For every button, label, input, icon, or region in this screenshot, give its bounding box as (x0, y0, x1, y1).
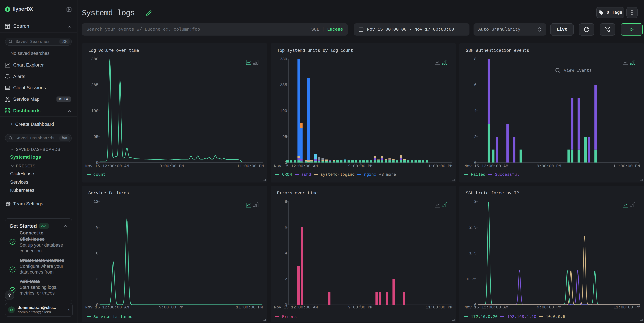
svg-text:9: 9 (96, 225, 98, 230)
svg-text:11:00:00 PM: 11:00:00 PM (614, 305, 640, 310)
svg-text:2.3: 2.3 (469, 225, 476, 230)
svg-text:11:00:00 PM: 11:00:00 PM (613, 164, 640, 168)
svg-text:Nov 15 12:00:00 AM: Nov 15 12:00:00 AM (274, 305, 318, 310)
svg-text:1.5: 1.5 (469, 251, 476, 256)
svg-text:Nov 15 12:00:00 AM: Nov 15 12:00:00 AM (85, 305, 129, 310)
svg-text:8: 8 (474, 57, 476, 62)
svg-text:6: 6 (285, 225, 287, 230)
svg-text:0.75: 0.75 (467, 277, 476, 281)
svg-text:8: 8 (285, 199, 287, 204)
svg-text:4: 4 (285, 251, 287, 256)
svg-text:95: 95 (282, 135, 287, 139)
svg-text:95: 95 (94, 135, 98, 139)
svg-text:9:00:00 PM: 9:00:00 PM (537, 164, 561, 168)
svg-text:View Events: View Events (564, 68, 592, 73)
svg-text:3: 3 (474, 199, 476, 204)
svg-text:12: 12 (94, 199, 98, 204)
svg-text:9:00:00 PM: 9:00:00 PM (159, 305, 183, 310)
svg-text:11:00:00 PM: 11:00:00 PM (236, 305, 263, 310)
svg-text:9:00:00 PM: 9:00:00 PM (348, 164, 372, 168)
svg-text:3: 3 (96, 277, 98, 281)
svg-text:9:00:00 PM: 9:00:00 PM (537, 305, 561, 310)
svg-text:380: 380 (280, 57, 287, 62)
svg-text:Nov 15 12:00:00 AM: Nov 15 12:00:00 AM (274, 164, 318, 168)
svg-text:2: 2 (474, 135, 476, 139)
svg-text:Nov 15 12:00:00 AM: Nov 15 12:00:00 AM (85, 164, 129, 168)
svg-text:Nov 15 12:00:00 AM: Nov 15 12:00:00 AM (464, 164, 508, 168)
svg-text:9:00:00 PM: 9:00:00 PM (160, 164, 184, 168)
svg-text:6: 6 (96, 251, 98, 256)
svg-text:11:00:00 PM: 11:00:00 PM (237, 164, 264, 168)
svg-text:2: 2 (285, 277, 287, 281)
svg-text:285: 285 (280, 83, 287, 87)
svg-text:285: 285 (91, 83, 98, 87)
svg-text:Nov 15 12:00:00 AM: Nov 15 12:00:00 AM (464, 305, 508, 310)
svg-text:380: 380 (91, 57, 98, 62)
svg-text:190: 190 (280, 109, 287, 113)
svg-text:11:00:00 PM: 11:00:00 PM (426, 305, 452, 310)
svg-text:6: 6 (474, 83, 476, 87)
svg-text:11:00:00 PM: 11:00:00 PM (426, 164, 452, 168)
svg-text:4: 4 (474, 109, 476, 113)
svg-text:9:00:00 PM: 9:00:00 PM (348, 305, 372, 310)
svg-text:190: 190 (91, 109, 98, 113)
